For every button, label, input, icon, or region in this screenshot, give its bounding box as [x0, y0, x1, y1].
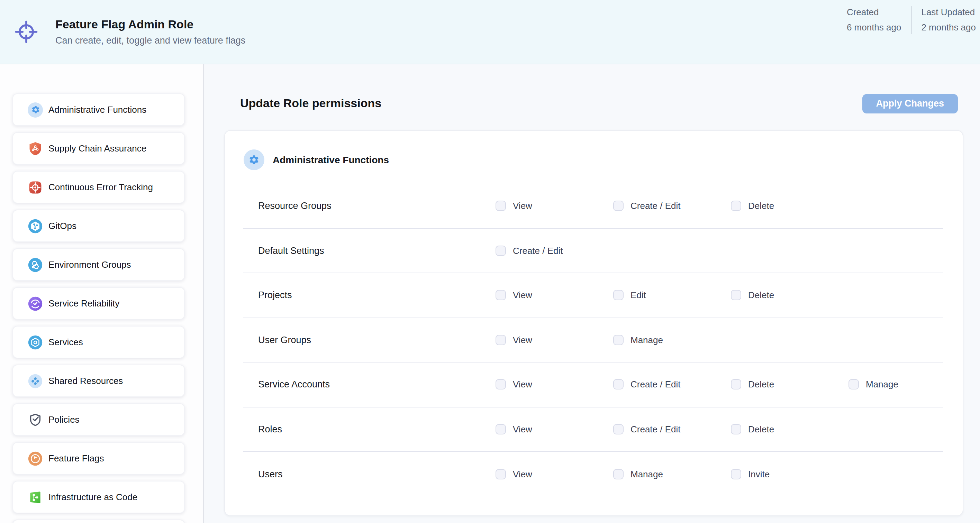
permission-option-view[interactable]: View	[496, 380, 613, 390]
checkbox-label: View	[513, 469, 532, 479]
permission-option-create-edit[interactable]: Create / Edit	[496, 246, 613, 256]
permission-row-default-settings: Default SettingsCreate / Edit	[243, 229, 943, 273]
permission-row-user-groups: User GroupsViewManage	[243, 318, 943, 362]
checkbox-label: Edit	[630, 290, 646, 300]
sidebar-item-environment-groups[interactable]: Environment Groups	[13, 248, 185, 281]
checkbox-unchecked[interactable]	[731, 469, 741, 479]
checkbox-unchecked[interactable]	[496, 380, 506, 390]
permission-row-resource-groups: Resource GroupsViewCreate / EditDelete	[243, 184, 943, 229]
shield-network-icon	[28, 141, 43, 156]
checkbox-unchecked[interactable]	[613, 469, 624, 479]
permission-row-users: UsersViewManageInvite	[243, 452, 943, 496]
permissions-card-title: Administrative Functions	[273, 154, 389, 165]
page-title: Feature Flag Admin Role	[56, 18, 245, 32]
checkbox-unchecked[interactable]	[496, 424, 506, 434]
checkbox-unchecked[interactable]	[496, 246, 506, 256]
permission-option-delete[interactable]: Delete	[731, 290, 848, 300]
permission-option-view[interactable]: View	[496, 469, 613, 479]
sidebar-list: Administrative FunctionsSupply Chain Ass…	[13, 94, 204, 523]
sidebar-item-label: Administrative Functions	[48, 105, 146, 115]
sidebar-item-continuous-error-tracking[interactable]: Continuous Error Tracking	[13, 171, 185, 203]
checkbox-unchecked[interactable]	[731, 424, 741, 434]
checkbox-unchecked[interactable]	[496, 201, 506, 211]
permission-option-view[interactable]: View	[496, 201, 613, 211]
permissions-rows: Resource GroupsViewCreate / EditDeleteDe…	[243, 184, 943, 496]
checkbox-unchecked[interactable]	[613, 380, 624, 390]
person-check-icon	[28, 296, 43, 311]
sidebar-item-label: Services	[48, 337, 83, 347]
checkbox-unchecked[interactable]	[613, 201, 624, 211]
sidebar-item-supply-chain-assurance[interactable]: Supply Chain Assurance	[13, 132, 185, 165]
hexagon-group-icon	[28, 257, 43, 272]
created-label: Created	[847, 5, 902, 20]
sidebar-item-partial[interactable]	[13, 520, 185, 523]
checkbox-label: Manage	[630, 469, 663, 479]
sidebar-item-shared-resources[interactable]: Shared Resources	[13, 364, 185, 397]
sidebar-item-infrastructure-as-code[interactable]: Infrastructure as Code	[13, 481, 185, 513]
checkbox-unchecked[interactable]	[731, 201, 741, 211]
permission-row-label: Default Settings	[258, 246, 496, 256]
checkbox-unchecked[interactable]	[496, 335, 506, 345]
created-value: 6 months ago	[847, 20, 902, 35]
permission-option-create-edit[interactable]: Create / Edit	[613, 201, 731, 211]
sidebar-item-label: Shared Resources	[48, 376, 123, 386]
sidebar-item-feature-flags[interactable]: Feature Flags	[13, 442, 185, 475]
checkbox-label: Create / Edit	[630, 380, 681, 390]
updated-meta: Last Updated 2 months ago	[921, 5, 976, 35]
checkbox-unchecked[interactable]	[731, 380, 741, 390]
hexagon-nut-icon	[28, 334, 43, 350]
permission-option-invite[interactable]: Invite	[731, 469, 848, 479]
permission-option-manage[interactable]: Manage	[613, 335, 731, 345]
permission-row-label: Service Accounts	[258, 380, 496, 390]
checkbox-unchecked[interactable]	[613, 290, 624, 300]
permission-option-delete[interactable]: Delete	[731, 201, 848, 211]
checkbox-label: Delete	[748, 201, 774, 211]
sidebar-item-label: Policies	[48, 414, 80, 425]
permission-option-delete[interactable]: Delete	[731, 380, 848, 390]
checkbox-label: Invite	[748, 469, 770, 479]
checkbox-label: Delete	[748, 380, 774, 390]
sidebar-item-services[interactable]: Services	[13, 326, 185, 358]
sidebar-item-label: Service Reliability	[48, 298, 119, 308]
error-target-icon	[28, 180, 43, 195]
diamond-grid-icon	[28, 373, 43, 388]
permission-option-view[interactable]: View	[496, 335, 613, 345]
updated-label: Last Updated	[921, 5, 976, 20]
checkbox-label: Manage	[630, 335, 663, 345]
sidebar-item-policies[interactable]: Policies	[13, 403, 185, 436]
checkbox-unchecked[interactable]	[496, 290, 506, 300]
permission-option-edit[interactable]: Edit	[613, 290, 731, 300]
page-subtitle: Can create, edit, toggle and view featur…	[56, 35, 245, 46]
section-heading: Update Role permissions	[240, 97, 381, 110]
sidebar-item-gitops[interactable]: GitOps	[13, 210, 185, 242]
target-icon	[14, 19, 39, 44]
checkbox-unchecked[interactable]	[613, 335, 624, 345]
permission-option-create-edit[interactable]: Create / Edit	[613, 424, 731, 434]
checkbox-unchecked[interactable]	[613, 424, 624, 434]
permission-option-view[interactable]: View	[496, 290, 613, 300]
sidebar-item-label: Supply Chain Assurance	[48, 143, 146, 154]
permission-row-label: User Groups	[258, 335, 496, 345]
permission-row-service-accounts: Service AccountsViewCreate / EditDeleteM…	[243, 362, 943, 407]
checkbox-unchecked[interactable]	[731, 290, 741, 300]
shield-check-icon	[28, 412, 43, 427]
gear-icon	[243, 149, 264, 170]
permission-option-manage[interactable]: Manage	[613, 469, 731, 479]
updated-value: 2 months ago	[921, 20, 976, 35]
permission-option-create-edit[interactable]: Create / Edit	[613, 380, 731, 390]
checkbox-unchecked[interactable]	[848, 380, 859, 390]
permission-option-manage[interactable]: Manage	[848, 380, 945, 390]
checkbox-label: Manage	[866, 380, 898, 390]
checkbox-unchecked[interactable]	[496, 469, 506, 479]
created-meta: Created 6 months ago	[847, 5, 902, 35]
role-header: Feature Flag Admin Role Can create, edit…	[0, 0, 980, 64]
checkbox-label: View	[513, 201, 532, 211]
sidebar-item-administrative-functions[interactable]: Administrative Functions	[13, 94, 185, 126]
flag-icon	[28, 451, 43, 466]
permission-option-view[interactable]: View	[496, 424, 613, 434]
checkbox-label: Delete	[748, 290, 774, 300]
circuit-flag-icon	[28, 490, 43, 505]
apply-changes-button[interactable]: Apply Changes	[862, 94, 958, 113]
permission-option-delete[interactable]: Delete	[731, 424, 848, 434]
sidebar-item-service-reliability[interactable]: Service Reliability	[13, 287, 185, 320]
